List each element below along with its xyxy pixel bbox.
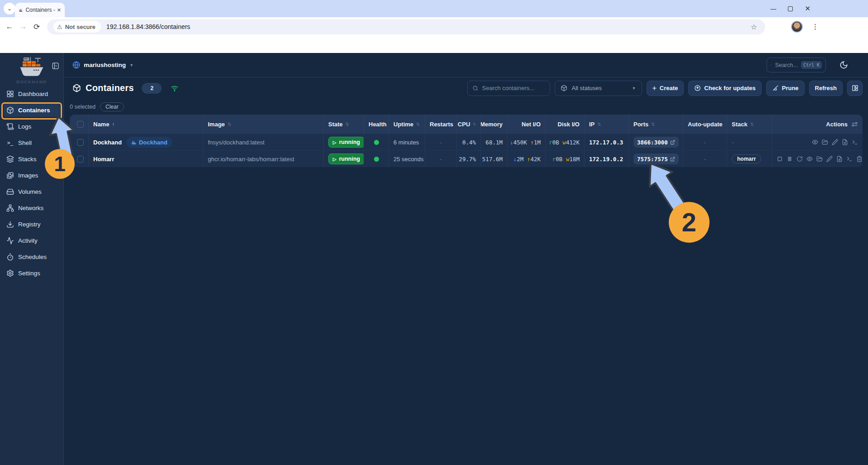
row-checkbox[interactable] bbox=[77, 156, 84, 163]
sidebar-item-dashboard[interactable]: Dashboard bbox=[4, 87, 60, 101]
layout-toggle-button[interactable] bbox=[847, 81, 863, 96]
status-filter-select[interactable]: All statuses ▼ bbox=[555, 81, 642, 96]
tab-close-icon[interactable]: ✕ bbox=[57, 7, 61, 13]
sidebar-item-label: Images bbox=[18, 172, 38, 179]
security-chip[interactable]: ⚠ Not secure bbox=[53, 21, 101, 33]
edit-icon[interactable] bbox=[826, 156, 833, 162]
forward-button[interactable]: → bbox=[16, 22, 30, 31]
browser-tabstrip: ⌄ Containers - ✕ — ✕ bbox=[0, 0, 868, 17]
sidebar-item-schedules[interactable]: Schedules bbox=[4, 250, 60, 264]
bookmark-star-icon[interactable]: ☆ bbox=[751, 23, 757, 31]
ip-address: 172.17.0.3 bbox=[589, 139, 623, 146]
sidebar-item-shell[interactable]: >_ Shell bbox=[4, 136, 60, 149]
column-header-health[interactable]: Health bbox=[364, 115, 389, 134]
restarts: - bbox=[440, 156, 441, 163]
sidebar-collapse-button[interactable] bbox=[52, 62, 59, 72]
environment-selector[interactable]: mariushosting ▼ bbox=[72, 61, 134, 69]
files-icon[interactable] bbox=[822, 139, 828, 145]
sidebar-item-settings[interactable]: Settings bbox=[4, 266, 60, 280]
row-checkbox[interactable] bbox=[77, 139, 84, 146]
sidebar-item-label: Activity bbox=[18, 237, 38, 244]
theme-toggle-moon-icon[interactable] bbox=[839, 61, 848, 69]
column-header-diskio[interactable]: Disk I/O bbox=[546, 115, 585, 134]
prune-button[interactable]: Prune bbox=[766, 81, 805, 96]
table-header: Name↑ Image⇅ State⇅ Health Uptime⇅ Resta… bbox=[70, 115, 863, 134]
row-actions bbox=[812, 139, 858, 145]
window-maximize-button[interactable] bbox=[788, 6, 793, 11]
screen: ⌄ Containers - ✕ — ✕ ← → ⟳ ⚠ Not secure … bbox=[0, 0, 868, 465]
column-settings-icon[interactable] bbox=[851, 121, 858, 128]
column-header-cpu[interactable]: CPU⇅ bbox=[457, 115, 481, 134]
external-link-icon bbox=[670, 140, 675, 145]
stack-badge[interactable]: homarr bbox=[732, 154, 761, 163]
select-all-checkbox[interactable] bbox=[77, 121, 84, 128]
sidebar-item-label: Logs bbox=[18, 123, 31, 130]
state-badge: ▷running bbox=[328, 153, 364, 164]
container-image: ghcr.io/homarr-labs/homarr:latest bbox=[208, 156, 294, 163]
column-header-ip[interactable]: IP⇅ bbox=[585, 115, 629, 134]
logs-icon[interactable] bbox=[836, 156, 843, 162]
netio-value: ↓2M ↑42K bbox=[513, 156, 541, 163]
sidebar-item-stacks[interactable]: Stacks bbox=[4, 152, 60, 166]
column-header-state[interactable]: State⇅ bbox=[324, 115, 364, 134]
port-mapping-link[interactable]: 7575:7575 bbox=[633, 153, 679, 164]
window-close-button[interactable]: ✕ bbox=[805, 5, 810, 13]
pause-icon[interactable] bbox=[786, 156, 793, 162]
table-row[interactable]: Dockhand Dockhand fnsys/dockhand:latest … bbox=[70, 134, 863, 150]
column-header-memory[interactable]: Memory bbox=[481, 115, 508, 134]
sidebar-item-activity[interactable]: Activity bbox=[4, 234, 60, 247]
browser-menu-icon[interactable]: ⋮ bbox=[812, 23, 819, 31]
sidebar-item-label: Settings bbox=[18, 270, 40, 277]
edit-icon[interactable] bbox=[832, 139, 838, 145]
view-icon[interactable] bbox=[806, 156, 813, 162]
netio-value: ↓450K ↑1M bbox=[510, 139, 541, 146]
files-icon[interactable] bbox=[816, 156, 823, 162]
browser-tab[interactable]: Containers - ✕ bbox=[15, 3, 65, 17]
global-search[interactable]: Search... Ctrl K bbox=[767, 58, 826, 72]
column-header-stack[interactable]: Stack⇅ bbox=[727, 115, 772, 134]
dockhand-badge[interactable]: Dockhand bbox=[126, 137, 172, 148]
sidebar-item-volumes[interactable]: Volumes bbox=[4, 185, 60, 198]
sidebar-item-registry[interactable]: Registry bbox=[4, 217, 60, 231]
health-indicator bbox=[374, 140, 379, 145]
url-text[interactable]: 192.168.1.84:3866/containers bbox=[106, 23, 751, 30]
terminal-icon[interactable] bbox=[852, 139, 858, 145]
column-header-image[interactable]: Image⇅ bbox=[203, 115, 324, 134]
column-header-restarts[interactable]: Restarts bbox=[425, 115, 457, 134]
window-minimize-button[interactable]: — bbox=[770, 5, 776, 12]
restart-icon[interactable] bbox=[796, 156, 803, 162]
annotation-highlight-box bbox=[1, 102, 62, 120]
prune-label: Prune bbox=[782, 85, 799, 91]
sidebar-item-logs[interactable]: Logs bbox=[4, 120, 60, 133]
check-updates-button[interactable]: Check for updates bbox=[688, 81, 761, 96]
url-bar[interactable]: ⚠ Not secure 192.168.1.84:3866/container… bbox=[47, 19, 765, 34]
column-header-ports[interactable]: Ports⇅ bbox=[629, 115, 683, 134]
column-header-netio[interactable]: Net I/O bbox=[508, 115, 546, 134]
back-button[interactable]: ← bbox=[3, 22, 16, 31]
refresh-button[interactable]: Refresh bbox=[809, 81, 843, 96]
create-button[interactable]: + Create bbox=[647, 81, 684, 96]
delete-icon[interactable] bbox=[856, 156, 863, 162]
sidebar-item-images[interactable]: Images bbox=[4, 168, 60, 182]
memory-value: 68.1M bbox=[485, 139, 503, 146]
sidebar-item-label: Stacks bbox=[18, 156, 37, 163]
stop-icon[interactable] bbox=[777, 156, 783, 162]
sidebar-item-networks[interactable]: Networks bbox=[4, 201, 60, 215]
global-search-placeholder: Search... bbox=[775, 62, 798, 68]
terminal-icon[interactable] bbox=[846, 156, 853, 162]
port-mapping-link[interactable]: 3866:3000 bbox=[633, 137, 679, 148]
reload-button[interactable]: ⟳ bbox=[30, 22, 43, 32]
search-containers-input[interactable]: Search containers... bbox=[467, 81, 550, 96]
column-header-name[interactable]: Name↑ bbox=[89, 115, 203, 134]
tab-search-button[interactable]: ⌄ bbox=[4, 3, 15, 14]
column-header-autoupdate[interactable]: Auto-update bbox=[683, 115, 727, 134]
profile-avatar[interactable] bbox=[791, 21, 803, 33]
view-icon[interactable] bbox=[812, 139, 818, 145]
container-name[interactable]: Dockhand bbox=[93, 139, 122, 146]
container-name[interactable]: Homarr bbox=[93, 156, 114, 163]
logs-icon[interactable] bbox=[842, 139, 848, 145]
table-row[interactable]: Homarr ghcr.io/homarr-labs/homarr:latest… bbox=[70, 150, 863, 167]
clear-selection-button[interactable]: Clear bbox=[100, 102, 124, 111]
column-header-uptime[interactable]: Uptime⇅ bbox=[389, 115, 425, 134]
security-label: Not secure bbox=[65, 24, 96, 30]
